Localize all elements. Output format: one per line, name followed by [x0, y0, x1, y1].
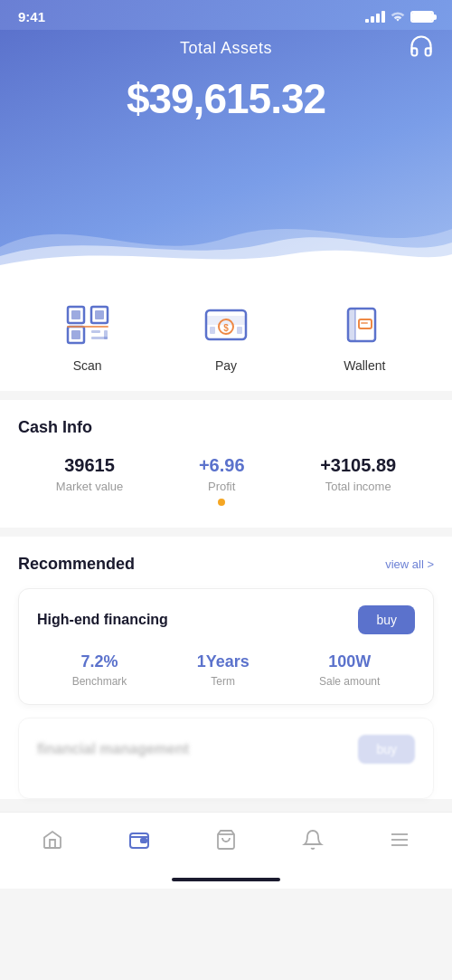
status-icons — [365, 10, 434, 24]
wallet-label: Wallent — [344, 358, 385, 373]
pay-label: Pay — [215, 358, 237, 373]
sale-amount-value: 100W — [319, 652, 380, 671]
card-stats: 7.2% Benchmark 1Years Term 100W Sale amo… — [37, 652, 415, 688]
blurred-card-header: financial management buy — [37, 735, 415, 764]
status-time: 9:41 — [18, 9, 45, 24]
buy-button[interactable]: buy — [358, 605, 415, 634]
nav-bell[interactable] — [287, 825, 338, 860]
recommended-title: Recommended — [18, 555, 135, 574]
nav-home[interactable] — [27, 825, 78, 860]
scan-icon — [61, 300, 115, 349]
wallet-nav-icon — [128, 829, 150, 856]
svg-rect-3 — [95, 310, 104, 319]
home-bar — [172, 878, 280, 881]
svg-rect-1 — [71, 310, 80, 319]
cash-stats: 39615 Market value +6.96 Profit +3105.89… — [18, 455, 434, 506]
sale-amount-stat: 100W Sale amount — [319, 652, 380, 688]
svg-rect-14 — [210, 327, 215, 334]
svg-rect-5 — [71, 330, 80, 339]
menu-icon — [389, 829, 410, 856]
profit-dot — [218, 499, 225, 506]
market-value-label: Market value — [56, 480, 123, 493]
svg-rect-22 — [141, 839, 146, 842]
signal-icon — [365, 11, 385, 23]
scan-action[interactable]: Scan — [61, 300, 115, 373]
svg-rect-20 — [361, 322, 368, 324]
wallet-icon — [337, 300, 391, 349]
high-end-card: High-end financing buy 7.2% Benchmark 1Y… — [18, 588, 434, 705]
profit-value: +6.96 — [199, 455, 245, 476]
blurred-card-title: financial management — [37, 741, 189, 757]
battery-icon — [410, 11, 434, 23]
total-amount: $39,615.32 — [18, 74, 434, 123]
pay-icon: $ — [199, 300, 253, 349]
market-value-stat: 39615 Market value — [56, 455, 123, 506]
total-income-stat: +3105.89 Total income — [320, 455, 396, 506]
status-bar: 9:41 — [0, 0, 452, 30]
view-all-link[interactable]: view all > — [385, 557, 434, 571]
wifi-icon — [391, 10, 405, 24]
header-top: Total Assets — [18, 39, 434, 58]
wave-decoration — [0, 193, 452, 274]
svg-rect-15 — [237, 327, 242, 334]
nav-menu[interactable] — [374, 825, 425, 860]
total-income-label: Total income — [320, 480, 396, 493]
benchmark-stat: 7.2% Benchmark — [72, 652, 127, 688]
bell-icon — [302, 829, 324, 856]
blurred-buy-button[interactable]: buy — [358, 735, 415, 764]
nav-shop[interactable] — [201, 825, 251, 860]
svg-rect-7 — [91, 330, 100, 333]
total-income-value: +3105.89 — [320, 455, 396, 476]
shop-icon — [215, 829, 237, 856]
market-value: 39615 — [56, 455, 123, 476]
recommended-section: Recommended view all > High-end financin… — [0, 537, 452, 799]
term-stat: 1Years Term — [197, 652, 250, 688]
profit-label: Profit — [199, 480, 245, 493]
card-header: High-end financing buy — [37, 605, 415, 634]
svg-rect-17 — [348, 309, 355, 341]
wallet-action[interactable]: Wallent — [337, 300, 391, 373]
benchmark-value: 7.2% — [72, 652, 127, 671]
sale-amount-label: Sale amount — [319, 675, 380, 688]
card-title: High-end financing — [37, 612, 168, 628]
term-value: 1Years — [197, 652, 250, 671]
benchmark-label: Benchmark — [72, 675, 127, 688]
cash-info-title: Cash Info — [18, 418, 434, 437]
home-icon — [42, 829, 63, 856]
nav-wallet[interactable] — [114, 825, 165, 860]
svg-rect-9 — [104, 330, 108, 339]
pay-action[interactable]: $ Pay — [199, 300, 253, 373]
quick-actions: Scan $ Pay — [0, 274, 452, 391]
scan-label: Scan — [73, 358, 102, 373]
home-indicator — [0, 869, 452, 889]
recommended-header: Recommended view all > — [18, 555, 434, 574]
profit-stat: +6.96 Profit — [199, 455, 245, 506]
bottom-nav — [0, 812, 452, 869]
cash-info-section: Cash Info 39615 Market value +6.96 Profi… — [0, 400, 452, 528]
headphone-icon[interactable] — [409, 33, 434, 64]
header: Total Assets $39,615.32 — [0, 30, 452, 274]
term-label: Term — [197, 675, 250, 688]
svg-text:$: $ — [223, 323, 229, 333]
financial-management-card: financial management buy — [18, 718, 434, 799]
header-title: Total Assets — [180, 39, 272, 58]
